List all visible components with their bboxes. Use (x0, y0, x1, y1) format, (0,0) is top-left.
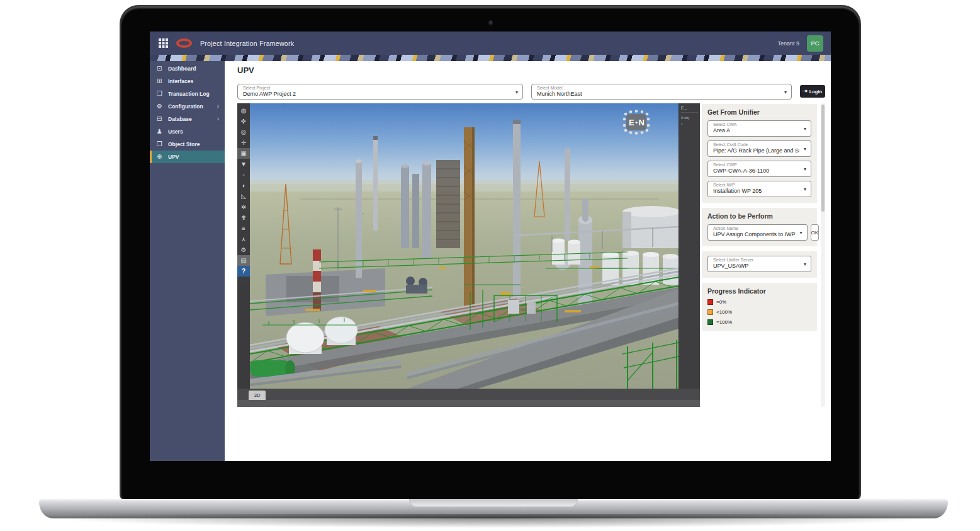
dropdown-caret-icon: ▾ (804, 146, 806, 152)
select-value: Area A (713, 127, 799, 134)
tab-3d[interactable]: 3D (249, 391, 266, 400)
configuration-gear-icon: ⚙ (157, 103, 166, 110)
page-title: UPV (237, 66, 254, 75)
database-icon: ⊟ (157, 116, 166, 122)
chevron-right-icon: › (217, 103, 219, 110)
iwp-select[interactable]: Select IWP Installation WP 205 ▾ (707, 181, 811, 197)
dropdown-caret-icon: ▾ (515, 89, 518, 94)
select-value: UPV Assign Components to IWP (713, 231, 796, 237)
side-panel-title: F... (681, 106, 698, 113)
legend-item: <100% (707, 309, 811, 315)
select-label: Select Craft Code (713, 142, 799, 147)
sidebar-item-users[interactable]: ♟ Users (150, 125, 225, 138)
filter-icon[interactable]: ▼ (237, 159, 250, 169)
sidebar-item-label: Transaction Log (168, 91, 210, 97)
select-icon[interactable]: ▣ (237, 148, 250, 159)
tenant-label: Tenant 9 (777, 40, 799, 47)
model-select-label: Select Model (537, 86, 780, 91)
select-value: Installation WP 205 (713, 188, 799, 194)
walk-icon[interactable]: ✟ (237, 212, 250, 223)
viewer-3d-scene[interactable]: E N (250, 103, 679, 389)
users-icon: ♟ (157, 128, 166, 135)
select-label: Select IWP (713, 183, 799, 188)
dropdown-caret-icon: ▾ (804, 186, 806, 192)
compass-north-label: N (639, 118, 645, 127)
user-avatar[interactable]: PC (807, 35, 823, 52)
viewer-toolbar: ◍ ✜ ◎ ✛ ▣ ▼ ◦ ◗ ◺ ✲ ✟ ≡ ⋏ ⚙ ▤ ? (237, 103, 250, 286)
sidebar-item-object-store[interactable]: ❒ Object Store (150, 138, 225, 151)
app-window: Project Integration Framework Tenant 9 P… (150, 31, 831, 461)
craft-code-select[interactable]: Select Craft Code Pipe: A/G Rack Pipe (L… (707, 140, 811, 157)
sidebar-item-database[interactable]: ⊟ Database › (150, 113, 225, 125)
sidebar-item-upv[interactable]: ⊕ UPV (150, 151, 225, 163)
login-arrow-icon: ⇥ (803, 89, 808, 94)
square-icon: ▫ (681, 122, 698, 126)
side-panel-object-count: 0 obj (681, 116, 698, 120)
project-select-label: Select Project (243, 86, 511, 91)
select-label: Select Unifier Server (713, 258, 799, 263)
dropdown-caret-icon: ▾ (800, 230, 803, 236)
select-label: Action Name (713, 226, 796, 231)
app-header: Project Integration Framework Tenant 9 P… (150, 31, 831, 55)
app-grid-icon[interactable] (159, 38, 168, 48)
sidebar-item-configuration[interactable]: ⚙ Configuration › (150, 100, 225, 113)
object-store-icon: ❒ (157, 141, 166, 147)
section-title: Get From Unifier (707, 108, 811, 116)
sidebar-item-label: Interfaces (168, 78, 193, 84)
navigation-compass[interactable]: E N (622, 108, 651, 136)
action-name-select[interactable]: Action Name UPV Assign Components to IWP… (707, 224, 808, 241)
stairs-icon[interactable]: ≡ (237, 223, 250, 234)
measure-icon[interactable]: ◺ (237, 191, 250, 202)
sidebar-item-interfaces[interactable]: ⊞ Interfaces (150, 75, 225, 88)
sidebar-item-dashboard[interactable]: ⊡ Dashboard (150, 62, 225, 75)
path-icon[interactable]: ⋏ (237, 234, 250, 244)
pan-icon[interactable]: ✜ (237, 116, 250, 127)
content-scrollbar[interactable] (821, 103, 825, 407)
laptop-camera (488, 20, 493, 26)
orange-swatch (707, 309, 713, 315)
settings-gear-icon[interactable]: ⚙ (237, 244, 250, 255)
viewer-side-panel[interactable]: F... 0 obj ▫ (679, 103, 700, 389)
model-select[interactable]: Select Model Munich NorthEast ▾ (531, 84, 792, 100)
ok-button[interactable]: OK (811, 224, 819, 241)
sidebar: ⊡ Dashboard ⊞ Interfaces ❐ Transaction L… (150, 61, 225, 461)
point-icon[interactable]: ◦ (237, 169, 250, 180)
dropdown-caret-icon: ▾ (784, 89, 787, 94)
fit-view-icon[interactable]: ✛ (237, 137, 250, 148)
dashboard-icon: ⊡ (157, 66, 166, 72)
select-value: CWP-CWA-A-36-1100 (713, 168, 799, 174)
sidebar-item-label: Users (168, 128, 183, 135)
legend-label: <100% (716, 309, 732, 315)
dropdown-caret-icon: ▾ (804, 166, 806, 172)
interfaces-icon: ⊞ (157, 78, 166, 84)
sidebar-item-label: Configuration (168, 103, 203, 110)
green-swatch (707, 319, 713, 325)
section-title: Action to be Perform (707, 212, 811, 220)
login-button[interactable]: ⇥ Login (800, 85, 825, 98)
legend-item: =100% (707, 319, 811, 325)
orbit-icon[interactable]: ◍ (237, 105, 250, 116)
zoom-icon[interactable]: ◎ (237, 127, 250, 137)
cwp-select[interactable]: Select CWP CWP-CWA-A-36-1100 ▾ (707, 161, 811, 177)
help-icon[interactable]: ? (237, 266, 250, 277)
viewer-tab-strip: 3D (237, 389, 700, 400)
model-select-value: Munich NorthEast (537, 91, 780, 97)
cwa-select[interactable]: Select CWA Area A ▾ (707, 120, 811, 137)
right-panel: Get From Unifier Select CWA Area A ▾ Sel… (702, 104, 817, 331)
paint-icon[interactable]: ◗ (237, 180, 250, 191)
laptop-shadow (63, 514, 924, 528)
select-value: UPV_USAWP (713, 263, 799, 269)
sidebar-item-label: UPV (168, 154, 179, 160)
sidebar-item-transaction-log[interactable]: ❐ Transaction Log (150, 88, 225, 100)
document-icon[interactable]: ▤ (237, 255, 250, 266)
unifier-server-section: Select Unifier Server UPV_USAWP ▾ (702, 251, 817, 278)
legend-label: =100% (716, 319, 732, 325)
legend-item: =0% (707, 299, 811, 305)
unifier-server-select[interactable]: Select Unifier Server UPV_USAWP ▾ (707, 256, 811, 272)
project-select[interactable]: Select Project Demo AWP Project 2 ▾ (237, 84, 523, 100)
explode-icon[interactable]: ✲ (237, 202, 250, 212)
laptop-notch (409, 499, 578, 507)
scrollbar-thumb[interactable] (821, 105, 825, 212)
dropdown-caret-icon: ▾ (804, 261, 806, 267)
legend-label: =0% (716, 299, 726, 305)
